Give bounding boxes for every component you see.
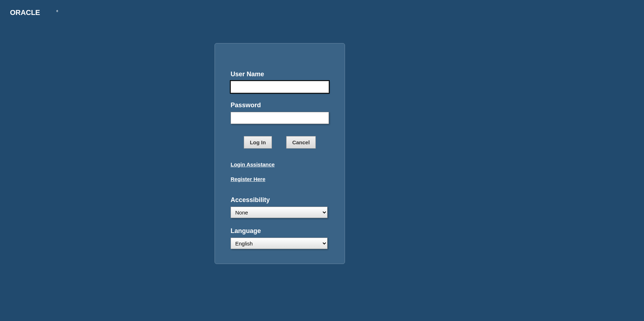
language-select[interactable]: English (231, 238, 328, 249)
password-label: Password (231, 102, 329, 109)
spacer (231, 191, 329, 196)
accessibility-select[interactable]: None (231, 207, 328, 218)
accessibility-label: Accessibility (231, 196, 329, 204)
username-label: User Name (231, 71, 329, 78)
username-input[interactable] (231, 81, 329, 93)
register-here-link[interactable]: Register Here (231, 176, 329, 182)
login-button[interactable]: Log In (244, 136, 272, 149)
login-assistance-link[interactable]: Login Assistance (231, 161, 329, 167)
oracle-logo: ORACLE ® (10, 9, 58, 19)
button-row: Log In Cancel (231, 136, 329, 149)
svg-text:ORACLE: ORACLE (10, 9, 40, 16)
svg-text:®: ® (56, 10, 58, 12)
language-label: Language (231, 227, 329, 235)
login-panel: User Name Password Log In Cancel Login A… (215, 43, 345, 264)
oracle-logo-svg: ORACLE ® (10, 9, 58, 16)
cancel-button[interactable]: Cancel (286, 136, 316, 149)
password-input[interactable] (231, 112, 329, 124)
